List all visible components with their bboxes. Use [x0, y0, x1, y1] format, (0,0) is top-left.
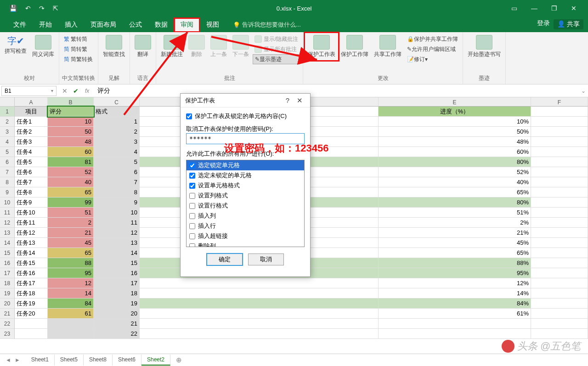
dialog-close-icon[interactable]: ✕	[294, 96, 305, 105]
sheet-tab[interactable]: Sheet1	[26, 355, 55, 366]
sheet-tab[interactable]: Sheet6	[113, 355, 141, 366]
cell-task[interactable]: 任务11	[15, 218, 48, 228]
cell-score[interactable]: 10	[48, 117, 94, 127]
cell-task[interactable]: 任务5	[15, 157, 48, 167]
sheet-nav-next-icon[interactable]: ►	[15, 357, 20, 363]
cell-progress[interactable]: 10%	[379, 117, 531, 127]
cell-score[interactable]: 2	[48, 218, 94, 228]
permission-item[interactable]: 设置单元格格式	[187, 180, 304, 191]
cell-score[interactable]: 88	[48, 258, 94, 268]
cell-progress[interactable]: 45%	[379, 238, 531, 248]
row-header[interactable]: 12	[0, 218, 14, 228]
close-icon[interactable]: ✕	[571, 5, 577, 12]
formula-input[interactable]: 评分	[93, 87, 579, 95]
convert-chinese[interactable]: 简 简繁转换	[62, 54, 95, 64]
header-E[interactable]: 进度（%）	[379, 107, 531, 117]
cell-task[interactable]: 任务15	[15, 258, 48, 268]
row-header[interactable]: 11	[0, 208, 14, 218]
permission-item[interactable]: 选定锁定单元格	[187, 160, 304, 170]
row-header[interactable]: 6	[0, 157, 14, 167]
cell-progress[interactable]: 61%	[379, 309, 531, 319]
col-header-E[interactable]: E	[379, 97, 531, 107]
tab-review[interactable]: 审阅	[174, 18, 200, 32]
start-ink[interactable]: 开始墨迹书写	[466, 34, 503, 59]
cell-task[interactable]: 任务17	[15, 278, 48, 288]
cell-format[interactable]: 2	[94, 127, 140, 137]
cell-format[interactable]: 11	[94, 218, 140, 228]
cell-score[interactable]: 14	[48, 288, 94, 298]
tab-layout[interactable]: 页面布局	[84, 18, 123, 32]
cell-progress[interactable]: 51%	[379, 208, 531, 218]
row-header[interactable]: 5	[0, 147, 14, 157]
cell-score[interactable]: 12	[48, 278, 94, 288]
cell-progress[interactable]: 65%	[379, 187, 531, 197]
cell-progress[interactable]: 60%	[379, 147, 531, 157]
cell-progress[interactable]: 95%	[379, 268, 531, 278]
row-header[interactable]: 21	[0, 309, 14, 319]
cell-format[interactable]: 8	[94, 187, 140, 197]
row-header[interactable]: 20	[0, 298, 14, 309]
cell-score[interactable]: 45	[48, 238, 94, 248]
row-header[interactable]: 13	[0, 228, 14, 238]
row-header[interactable]: 2	[0, 117, 14, 127]
tell-me[interactable]: 💡 告诉我您想要做什么...	[228, 18, 305, 32]
cell-task[interactable]: 任务2	[15, 127, 48, 137]
trad-to-simp[interactable]: 繁 繁转简	[62, 34, 95, 44]
allow-edit-ranges[interactable]: ✎ 允许用户编辑区域	[405, 44, 460, 54]
cell-task[interactable]: 任务16	[15, 268, 48, 278]
minimize-icon[interactable]: —	[531, 5, 537, 12]
cell-format[interactable]: 17	[94, 278, 140, 288]
cell-task[interactable]: 任务4	[15, 147, 48, 157]
cell-task[interactable]: 任务7	[15, 177, 48, 187]
permission-item[interactable]: 设置行格式	[187, 201, 304, 211]
cell-progress[interactable]: 14%	[379, 288, 531, 298]
cell-format[interactable]: 4	[94, 147, 140, 157]
tab-file[interactable]: 文件	[7, 18, 33, 32]
row-header[interactable]: 10	[0, 197, 14, 208]
cell-progress[interactable]: 65%	[379, 248, 531, 258]
cell-score[interactable]: 81	[48, 157, 94, 167]
header-B[interactable]: 评分	[48, 107, 94, 117]
cell-format[interactable]: 6	[94, 167, 140, 177]
header-C[interactable]: 格式	[94, 107, 140, 117]
cell-task[interactable]: 任务19	[15, 298, 48, 309]
cell-format[interactable]: 12	[94, 228, 140, 238]
row-header[interactable]: 3	[0, 127, 14, 137]
save-icon[interactable]: 💾	[9, 5, 17, 12]
row-header[interactable]: 22	[0, 319, 14, 329]
row-header[interactable]: 7	[0, 167, 14, 177]
name-box[interactable]: B1▾	[1, 86, 57, 96]
thesaurus-button[interactable]: 同义词库	[30, 34, 56, 59]
cell-format[interactable]: 10	[94, 208, 140, 218]
cell-task[interactable]: 任务18	[15, 288, 48, 298]
row-header[interactable]: 16	[0, 258, 14, 268]
simp-to-trad[interactable]: 简 简转繁	[62, 44, 95, 54]
row-header[interactable]: 8	[0, 177, 14, 187]
tab-formula[interactable]: 公式	[123, 18, 148, 32]
cell-progress[interactable]: 2%	[379, 218, 531, 228]
undo-icon[interactable]: ↶	[25, 5, 31, 12]
sheet-nav-prev-icon[interactable]: ◄	[6, 357, 11, 363]
row-header[interactable]: 19	[0, 288, 14, 298]
row-header[interactable]: 15	[0, 248, 14, 258]
ribbon-options-icon[interactable]: ▭	[511, 5, 517, 12]
permissions-list[interactable]: 选定锁定单元格 选定未锁定的单元格 设置单元格格式 设置列格式 设置行格式 插入…	[186, 160, 305, 247]
track-changes[interactable]: 📝 修订 ▾	[405, 54, 460, 64]
cell-progress[interactable]: 21%	[379, 228, 531, 238]
show-ink[interactable]: ✎ 显示墨迹	[253, 54, 300, 64]
cell-progress[interactable]: 80%	[379, 197, 531, 208]
redo-icon[interactable]: ↷	[39, 5, 45, 12]
row-header[interactable]: 23	[0, 329, 14, 339]
row-header[interactable]: 4	[0, 137, 14, 147]
permission-item[interactable]: 设置列格式	[187, 191, 304, 201]
cell-progress[interactable]: 52%	[379, 167, 531, 177]
sheet-tab[interactable]: Sheet5	[55, 355, 84, 366]
cell-score[interactable]: 51	[48, 208, 94, 218]
cell-format[interactable]: 16	[94, 268, 140, 278]
cell-format[interactable]: 3	[94, 137, 140, 147]
cell-format[interactable]: 5	[94, 157, 140, 167]
cancel-button[interactable]: 取消	[248, 253, 284, 265]
cell-progress[interactable]: 84%	[379, 298, 531, 309]
dialog-help-icon[interactable]: ?	[282, 96, 294, 104]
permission-item[interactable]: 插入行	[187, 221, 304, 231]
